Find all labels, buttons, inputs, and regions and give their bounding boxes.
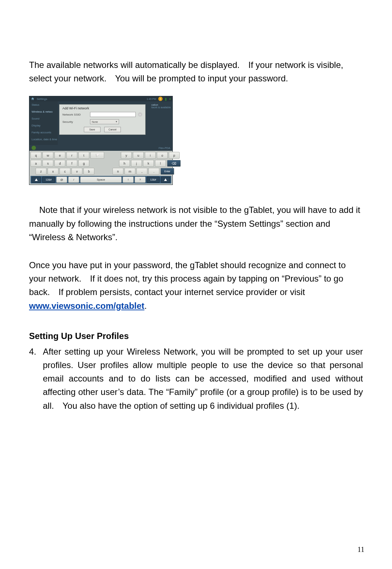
page-number: 11 <box>358 545 364 554</box>
key-numbers-left[interactable]: 12&# <box>42 177 55 183</box>
key-numbers-right[interactable]: 12&# <box>147 177 160 183</box>
settings-sidebar: Status Wireless & netwo Sound Display Fa… <box>29 101 58 145</box>
key-shift-right[interactable] <box>161 177 170 183</box>
wifi-icon: ▾ <box>169 97 171 101</box>
key-i[interactable]: i <box>145 152 156 159</box>
key-v[interactable]: v <box>72 168 82 175</box>
key-l[interactable]: l <box>155 160 166 167</box>
dialog-title: Add Wi-Fi network <box>60 105 145 111</box>
main-panel: Add Wi-Fi network Network SSID × Securit… <box>58 101 172 145</box>
intro-paragraph: The available networks will automaticall… <box>29 58 363 85</box>
cancel-button[interactable]: Cancel <box>104 127 121 132</box>
key-w[interactable]: w <box>42 152 53 159</box>
status-bar: Settings 1:49 PM ! ▮ ▾ <box>29 96 172 101</box>
battery-icon: ▮ <box>165 97 167 101</box>
list-number: 4. <box>29 345 43 412</box>
ssid-label: Network SSID <box>62 113 88 116</box>
security-value: None <box>92 121 98 123</box>
right-info-panel: cation twork is available <box>150 101 172 145</box>
add-wifi-dialog: Add Wi-Fi network Network SSID × Securit… <box>59 104 146 135</box>
key-space[interactable]: Space <box>80 177 122 183</box>
key-enter[interactable]: Enter <box>160 168 174 175</box>
key-m[interactable]: m <box>124 168 135 175</box>
key-period[interactable]: . <box>148 168 159 175</box>
flexpda-label: Flex-PDA <box>159 146 170 150</box>
onscreen-keyboard: q w e r t 🏳️ y u i o p a s d f g h <box>29 151 172 185</box>
key-slash[interactable]: / <box>68 177 79 183</box>
shift-icon <box>164 178 167 181</box>
sidebar-item-family[interactable]: Family accounts <box>29 129 58 136</box>
key-y[interactable]: y <box>121 152 132 159</box>
sidebar-item-sound[interactable]: Sound <box>29 115 58 122</box>
key-t[interactable]: t <box>78 152 89 159</box>
key-a[interactable]: a <box>30 160 41 167</box>
key-e[interactable]: e <box>54 152 65 159</box>
chevron-down-icon: ▾ <box>116 120 117 123</box>
key-at[interactable]: @ <box>56 177 67 183</box>
key-language[interactable]: 🏳️ <box>90 152 104 159</box>
topbar-title: Settings <box>37 97 47 101</box>
key-q[interactable]: q <box>30 152 41 159</box>
key-o[interactable]: o <box>157 152 168 159</box>
key-g[interactable]: g <box>78 160 89 167</box>
numbered-item-4: 4. After setting up your Wireless Networ… <box>29 345 363 412</box>
keyboard-gap <box>90 160 118 166</box>
viewsonic-link[interactable]: www.viewsonic.com/gtablet <box>29 301 144 311</box>
sidebar-item-status[interactable]: Status <box>29 101 58 108</box>
key-f[interactable]: f <box>66 160 77 167</box>
connect-paragraph: Once you have put in your password, the … <box>29 258 363 312</box>
key-h[interactable]: h <box>119 160 130 167</box>
note-paragraph: Note that if your wireless network is no… <box>29 203 363 244</box>
sidebar-item-wireless[interactable]: Wireless & netwo <box>29 108 58 115</box>
embedded-screenshot: Settings 1:49 PM ! ▮ ▾ Status Wireless &… <box>29 96 173 185</box>
home-icon[interactable] <box>31 97 34 101</box>
notification-icon[interactable]: ! <box>158 97 163 101</box>
key-p[interactable]: p <box>169 152 180 159</box>
key-u[interactable]: u <box>133 152 144 159</box>
key-comma[interactable]: , <box>136 168 147 175</box>
list-text: After setting up your Wireless Network, … <box>43 345 363 412</box>
security-select[interactable]: None ▾ <box>90 119 119 124</box>
key-r[interactable]: r <box>66 152 77 159</box>
page-indicator-strip: Flex-PDA <box>29 145 172 151</box>
shift-icon <box>35 178 38 181</box>
clear-input-icon[interactable]: × <box>138 112 142 117</box>
sidebar-item-display[interactable]: Display <box>29 122 58 129</box>
key-backspace[interactable]: ⌫ <box>167 160 181 167</box>
section-heading: Setting Up User Profiles <box>29 329 363 343</box>
key-d[interactable]: d <box>54 160 65 167</box>
key-shift-left[interactable] <box>32 177 41 183</box>
clock: 1:49 PM <box>147 98 156 100</box>
save-button[interactable]: Save <box>84 127 101 132</box>
keyboard-gap <box>95 168 111 174</box>
security-label: Security <box>62 120 88 124</box>
key-s[interactable]: s <box>42 160 53 167</box>
key-b[interactable]: b <box>83 168 94 175</box>
key-j[interactable]: j <box>131 160 142 167</box>
ssid-input[interactable] <box>90 112 136 117</box>
notification-title-fragment: cation <box>151 104 171 106</box>
connect-text-b: . <box>144 301 147 311</box>
key-exclaim[interactable]: ! <box>123 177 134 183</box>
key-k[interactable]: k <box>143 160 154 167</box>
key-n[interactable]: n <box>113 168 123 175</box>
connect-text-a: Once you have put in your password, the … <box>29 260 346 297</box>
page-dot-icon <box>32 146 36 150</box>
key-x[interactable]: x <box>48 168 58 175</box>
key-c[interactable]: c <box>60 168 70 175</box>
sidebar-item-location[interactable]: Location, date & time <box>29 136 58 143</box>
key-question[interactable]: ? <box>135 177 146 183</box>
key-z[interactable]: z <box>36 168 46 175</box>
notification-subtitle-fragment: twork is available <box>151 106 171 109</box>
keyboard-gap <box>105 152 120 158</box>
